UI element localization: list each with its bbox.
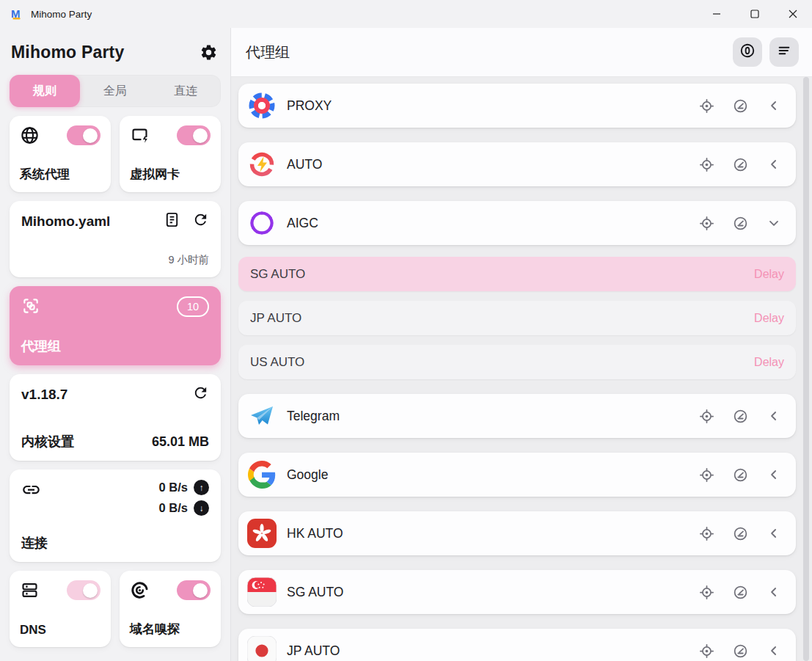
download-speed: 0 B/s — [159, 501, 188, 515]
delay-test-label[interactable]: Delay — [754, 356, 784, 369]
speedtest-gauge-icon[interactable] — [733, 98, 748, 114]
proxy-group-name: Google — [287, 467, 689, 483]
speedtest-gauge-icon[interactable] — [733, 467, 748, 483]
minimize-button[interactable] — [698, 0, 736, 28]
virtual-nic-icon — [130, 125, 150, 148]
tun-toggle[interactable] — [177, 125, 211, 145]
core-settings-card[interactable]: v1.18.7 内核设置 65.01 MB — [10, 374, 221, 461]
sniff-toggle[interactable] — [177, 580, 211, 600]
expand-chevron-icon[interactable] — [767, 409, 781, 423]
speedtest-gauge-icon[interactable] — [733, 409, 748, 424]
proxy-group-name: AIGC — [287, 216, 689, 231]
page-title: 代理组 — [246, 43, 290, 62]
expand-chevron-icon[interactable] — [767, 643, 781, 658]
proxy-group-row[interactable]: PROXY — [238, 84, 796, 128]
proxy-group-row[interactable]: HK AUTO — [238, 511, 796, 555]
profile-card[interactable]: Mihomo.yaml 9 小时前 — [10, 201, 221, 277]
core-refresh-icon[interactable] — [192, 384, 209, 404]
upload-arrow-icon: ↑ — [194, 480, 209, 495]
link-icon — [21, 480, 41, 503]
proxy-node-row[interactable]: SG AUTO Delay — [238, 257, 796, 291]
scrollbar[interactable] — [803, 77, 809, 661]
speedtest-gauge-icon[interactable] — [733, 585, 748, 600]
proxy-node-list: SG AUTO Delay JP AUTO Delay US AUTO Dela… — [238, 257, 796, 379]
dns-card[interactable]: DNS — [10, 571, 111, 647]
proxy-node-name: SG AUTO — [250, 267, 305, 282]
tab-rule[interactable]: 规则 — [10, 75, 80, 107]
proxy-groups-label: 代理组 — [21, 337, 209, 355]
proxy-group-row[interactable]: Google — [238, 453, 796, 497]
profile-file-icon[interactable] — [164, 211, 180, 231]
system-proxy-card[interactable]: 系统代理 — [10, 116, 111, 192]
locate-node-icon[interactable] — [699, 585, 714, 600]
jp-flag-icon — [247, 636, 277, 661]
speedtest-gauge-icon[interactable] — [733, 643, 748, 659]
tab-direct[interactable]: 直连 — [150, 75, 221, 107]
proxy-node-row[interactable]: JP AUTO Delay — [238, 301, 796, 335]
proxy-group-count-badge: 10 — [177, 296, 209, 317]
sort-lines-icon — [776, 43, 792, 62]
sidebar-title: Mihomo Party — [11, 43, 124, 62]
sniff-card[interactable]: 域名嗅探 — [120, 571, 221, 647]
main-panel: 代理组 PROXY — [231, 28, 812, 661]
profile-updated-time: 9 小时前 — [21, 253, 209, 267]
google-icon — [247, 460, 277, 489]
proxy-group-block: PROXY — [238, 84, 796, 128]
connections-card[interactable]: 0 B/s↑ 0 B/s↓ 连接 — [10, 470, 221, 562]
speedtest-gauge-icon[interactable] — [733, 157, 748, 172]
hk-flag-icon — [247, 519, 277, 548]
locate-node-icon[interactable] — [699, 467, 714, 483]
tun-card[interactable]: 虚拟网卡 — [120, 116, 221, 192]
sniffer-icon — [130, 580, 150, 603]
proxy-node-row[interactable]: US AUTO Delay — [238, 345, 796, 379]
core-settings-label: 内核设置 — [21, 433, 74, 450]
delay-test-label[interactable]: Delay — [754, 268, 784, 281]
expand-chevron-icon[interactable] — [767, 585, 781, 599]
dns-toggle[interactable] — [67, 580, 100, 600]
proxy-group-row[interactable]: Telegram — [238, 394, 796, 438]
delay-sort-button[interactable] — [733, 37, 762, 67]
proxy-group-row[interactable]: AIGC — [238, 201, 796, 245]
zero-circle-icon — [739, 43, 756, 62]
proxy-logo-icon — [247, 91, 277, 120]
close-button[interactable] — [774, 0, 812, 28]
sidebar-item-proxy-groups[interactable]: 10 代理组 — [10, 286, 221, 365]
locate-node-icon[interactable] — [699, 98, 714, 114]
locate-node-icon[interactable] — [699, 526, 714, 541]
locate-node-icon[interactable] — [699, 216, 714, 231]
expand-chevron-icon[interactable] — [767, 157, 781, 172]
system-proxy-toggle[interactable] — [67, 125, 100, 145]
expand-chevron-icon[interactable] — [767, 216, 781, 230]
tab-global[interactable]: 全局 — [80, 75, 150, 107]
proxy-group-row[interactable]: AUTO — [238, 142, 796, 186]
system-proxy-label: 系统代理 — [20, 166, 100, 183]
locate-node-icon[interactable] — [699, 643, 714, 659]
proxy-group-name: PROXY — [287, 98, 689, 114]
locate-node-icon[interactable] — [699, 157, 714, 172]
titlebar: M Mihomo Party — [0, 0, 812, 28]
proxy-group-block: Telegram — [238, 394, 796, 438]
locate-node-icon[interactable] — [699, 409, 714, 424]
sniff-label: 域名嗅探 — [130, 621, 211, 638]
telegram-icon — [247, 401, 277, 431]
layout-toggle-button[interactable] — [769, 37, 799, 67]
expand-chevron-icon[interactable] — [767, 467, 781, 482]
settings-gear-icon[interactable] — [197, 41, 219, 63]
expand-chevron-icon[interactable] — [767, 98, 781, 113]
speedtest-gauge-icon[interactable] — [733, 526, 748, 541]
maximize-button[interactable] — [736, 0, 774, 28]
upload-speed: 0 B/s — [159, 481, 188, 494]
proxy-group-name: JP AUTO — [287, 643, 689, 659]
expand-chevron-icon[interactable] — [767, 526, 781, 541]
proxy-group-block: JP AUTO — [238, 629, 796, 661]
profile-name: Mihomo.yaml — [21, 213, 110, 230]
dns-server-icon — [20, 580, 40, 603]
window-title: Mihomo Party — [31, 9, 92, 20]
core-version: v1.18.7 — [21, 387, 67, 403]
proxy-group-row[interactable]: SG AUTO — [238, 570, 796, 614]
delay-test-label[interactable]: Delay — [754, 312, 784, 325]
profile-refresh-icon[interactable] — [192, 211, 209, 231]
sg-flag-icon — [247, 577, 277, 607]
proxy-group-row[interactable]: JP AUTO — [238, 629, 796, 661]
speedtest-gauge-icon[interactable] — [733, 216, 748, 231]
